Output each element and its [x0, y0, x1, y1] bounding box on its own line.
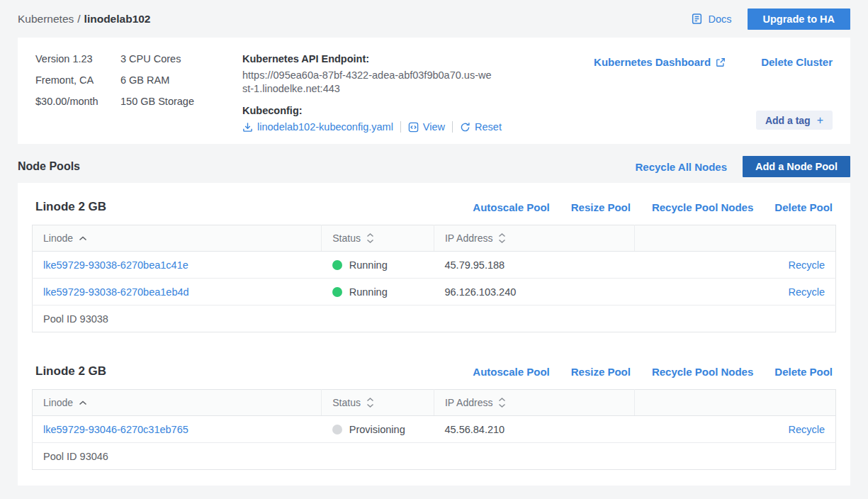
- divider: [400, 121, 401, 133]
- column-header-linode[interactable]: Linode: [33, 390, 322, 416]
- node-pool-93046: Linode 2 GB Autoscale Pool Resize Pool R…: [32, 364, 836, 470]
- docs-link[interactable]: Docs: [691, 13, 731, 25]
- kubeconfig-view-link[interactable]: View: [408, 121, 445, 133]
- status-dot-provisioning: [332, 425, 342, 434]
- add-a-node-pool-button[interactable]: Add a Node Pool: [743, 156, 850, 177]
- breadcrumb-separator: /: [77, 13, 80, 25]
- kubeconfig-actions: linodelab102-kubeconfig.yaml View: [242, 121, 505, 133]
- column-header-linode[interactable]: Linode: [33, 225, 322, 252]
- node-ip-address: 96.126.103.240: [434, 279, 635, 305]
- status-dot-running: [332, 287, 342, 297]
- breadcrumb: Kubernetes/linodelab102: [18, 13, 151, 26]
- node-pools-title: Node Pools: [18, 160, 80, 173]
- cluster-version: Version 1.23: [35, 53, 120, 65]
- column-header-actions: [635, 225, 836, 252]
- sort-both-icon: [498, 233, 506, 243]
- delete-cluster-link[interactable]: Delete Cluster: [761, 56, 833, 68]
- node-ip-address: 45.56.84.210: [434, 416, 635, 443]
- node-pools-card: Linode 2 GB Autoscale Pool Resize Pool R…: [18, 183, 850, 486]
- column-label: Status: [332, 232, 361, 244]
- pool-id-label: Pool ID 93038: [33, 305, 836, 332]
- cluster-specs-column-2: 3 CPU Cores 6 GB RAM 150 GB Storage: [120, 53, 242, 130]
- pool-footer-row: Pool ID 93038: [33, 305, 836, 332]
- api-endpoint-label: Kubernetes API Endpoint:: [242, 53, 505, 65]
- sort-both-icon: [498, 398, 506, 408]
- column-header-ip-address[interactable]: IP Address: [434, 390, 635, 416]
- status-badge: Running: [332, 259, 424, 271]
- kubernetes-dashboard-link[interactable]: Kubernetes Dashboard: [594, 56, 726, 68]
- status-dot-running: [332, 260, 342, 270]
- divider: [452, 121, 453, 133]
- pool-nodes-table: Linode Status: [32, 389, 836, 470]
- cluster-specs-column-1: Version 1.23 Fremont, CA $30.00/month: [35, 53, 120, 130]
- plus-icon: +: [817, 114, 823, 127]
- sort-both-icon: [366, 398, 374, 408]
- cluster-links-row: Kubernetes Dashboard Delete Cluster: [594, 56, 833, 68]
- pool-nodes-table: Linode Status: [32, 225, 836, 332]
- view-label: View: [423, 121, 445, 133]
- resize-pool-link[interactable]: Resize Pool: [571, 366, 631, 378]
- sort-ascending-icon: [79, 400, 87, 405]
- column-header-status[interactable]: Status: [322, 225, 434, 252]
- delete-pool-link[interactable]: Delete Pool: [774, 201, 833, 213]
- recycle-node-link[interactable]: Recycle: [788, 286, 825, 298]
- breadcrumb-cluster-name: linodelab102: [84, 13, 151, 25]
- pool-name: Linode 2 GB: [35, 364, 106, 379]
- pool-footer-row: Pool ID 93046: [33, 443, 836, 470]
- upgrade-to-ha-button[interactable]: Upgrade to HA: [748, 9, 851, 30]
- cluster-ram: 6 GB RAM: [120, 74, 242, 86]
- status-badge: Provisioning: [332, 424, 424, 435]
- kubernetes-cluster-page: Kubernetes/linodelab102 Docs Upgrade to …: [0, 0, 868, 486]
- node-pools-header: Node Pools Recycle All Nodes Add a Node …: [18, 156, 850, 177]
- pool-actions: Autoscale Pool Resize Pool Recycle Pool …: [473, 366, 833, 378]
- node-link[interactable]: lke59729-93046-6270c31eb765: [43, 424, 188, 435]
- status-badge: Running: [332, 286, 424, 298]
- delete-pool-link[interactable]: Delete Pool: [774, 366, 833, 378]
- cluster-cpu: 3 CPU Cores: [120, 53, 242, 65]
- pool-header: Linode 2 GB Autoscale Pool Resize Pool R…: [32, 200, 836, 214]
- node-link[interactable]: lke59729-93038-6270bea1eb4d: [43, 286, 189, 298]
- recycle-all-nodes-link[interactable]: Recycle All Nodes: [636, 161, 728, 173]
- node-ip-address: 45.79.95.188: [434, 252, 635, 279]
- column-header-ip-address[interactable]: IP Address: [434, 225, 635, 252]
- node-row: lke59729-93038-6270bea1eb4d Running 96.1…: [33, 279, 836, 305]
- cluster-price: $30.00/month: [35, 96, 120, 108]
- column-label: Linode: [43, 397, 73, 408]
- code-view-icon: [408, 122, 419, 133]
- kubeconfig-filename: linodelab102-kubeconfig.yaml: [257, 121, 393, 133]
- pool-name: Linode 2 GB: [35, 200, 106, 214]
- kubeconfig-download-link[interactable]: linodelab102-kubeconfig.yaml: [242, 121, 393, 133]
- column-label: IP Address: [445, 397, 492, 408]
- recycle-node-link[interactable]: Recycle: [788, 424, 825, 435]
- pool-actions: Autoscale Pool Resize Pool Recycle Pool …: [473, 201, 833, 213]
- column-header-actions: [635, 390, 836, 416]
- recycle-pool-nodes-link[interactable]: Recycle Pool Nodes: [652, 201, 753, 213]
- autoscale-pool-link[interactable]: Autoscale Pool: [473, 201, 549, 213]
- breadcrumb-kubernetes-link[interactable]: Kubernetes: [18, 13, 74, 25]
- column-label: Linode: [43, 232, 73, 244]
- kubernetes-dashboard-label: Kubernetes Dashboard: [594, 56, 711, 68]
- add-a-tag-button[interactable]: Add a tag +: [756, 111, 833, 130]
- status-label: Running: [349, 259, 388, 271]
- resize-pool-link[interactable]: Resize Pool: [571, 201, 631, 213]
- api-endpoint-url: https://095ea60a-87bf-4322-adea-abf03f9b…: [242, 69, 492, 96]
- status-label: Provisioning: [349, 424, 405, 435]
- top-bar: Kubernetes/linodelab102 Docs Upgrade to …: [18, 0, 850, 38]
- api-endpoint-block: Kubernetes API Endpoint: https://095ea60…: [242, 53, 505, 130]
- autoscale-pool-link[interactable]: Autoscale Pool: [473, 366, 549, 378]
- node-row: lke59729-93038-6270bea1c41e Running 45.7…: [33, 252, 836, 279]
- sort-both-icon: [366, 233, 374, 243]
- kubeconfig-reset-link[interactable]: Reset: [460, 121, 502, 133]
- cluster-region: Fremont, CA: [35, 74, 120, 86]
- docs-label: Docs: [708, 13, 731, 25]
- table-header-row: Linode Status: [33, 390, 836, 416]
- column-label: IP Address: [445, 232, 492, 244]
- recycle-node-link[interactable]: Recycle: [788, 259, 825, 271]
- cluster-summary-card: Version 1.23 Fremont, CA $30.00/month 3 …: [18, 38, 850, 144]
- column-header-status[interactable]: Status: [322, 390, 434, 416]
- kubeconfig-label: Kubeconfig:: [242, 105, 505, 116]
- download-icon: [242, 122, 253, 133]
- docs-icon: [691, 13, 703, 25]
- recycle-pool-nodes-link[interactable]: Recycle Pool Nodes: [652, 366, 753, 378]
- node-link[interactable]: lke59729-93038-6270bea1c41e: [43, 259, 188, 271]
